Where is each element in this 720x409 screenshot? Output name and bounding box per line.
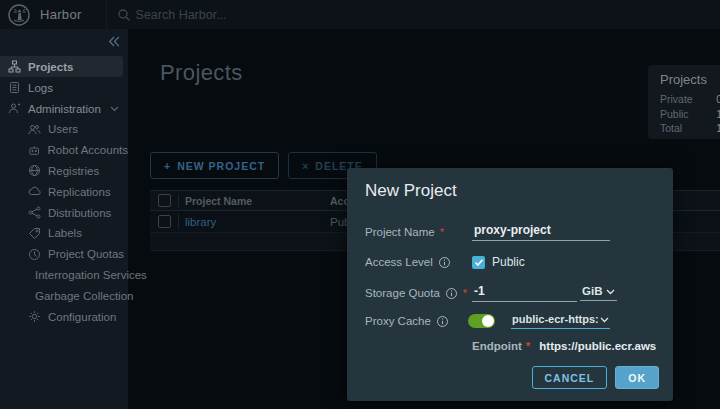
- projects-icon: [8, 60, 21, 73]
- labels-icon: [28, 227, 41, 240]
- configuration-icon: [28, 310, 41, 323]
- sidebar-item-label: Configuration: [48, 311, 116, 323]
- select-all-checkbox[interactable]: [158, 194, 171, 207]
- new-project-button[interactable]: + NEW PROJECT: [150, 152, 279, 179]
- sidebar-item-label: Distributions: [48, 207, 111, 219]
- sidebar-item-garbage-collection[interactable]: Garbage Collection: [0, 285, 128, 306]
- endpoint-row: Endpoint * https://public.ecr.aws: [472, 340, 659, 352]
- endpoint-label: Endpoint *: [472, 340, 530, 352]
- public-checkbox-label: Public: [492, 255, 525, 269]
- sidebar-item-label: Projects: [28, 61, 73, 73]
- summary-card-title: Projects: [660, 72, 720, 87]
- summary-row-public: Public 1: [660, 107, 720, 122]
- column-header-project-name[interactable]: Project Name: [185, 195, 252, 207]
- column-divider: [178, 214, 179, 229]
- info-icon[interactable]: [445, 287, 458, 300]
- global-search: [117, 8, 720, 22]
- sidebar-item-project-quotas[interactable]: Project Quotas: [0, 244, 128, 265]
- project-name-input[interactable]: [472, 223, 610, 241]
- sidebar-collapse-icon[interactable]: [108, 36, 120, 47]
- proxy-cache-row: Proxy Cache public-ecr-https://put: [365, 313, 659, 329]
- robot-icon: [28, 144, 40, 157]
- sidebar-item-label: Logs: [28, 82, 53, 94]
- distributions-icon: [28, 206, 41, 219]
- chevron-down-icon: [110, 106, 119, 112]
- page-title: Projects: [160, 60, 243, 86]
- storage-quota-input[interactable]: [472, 284, 577, 302]
- storage-unit-select[interactable]: GiB: [580, 285, 617, 301]
- toggle-knob: [482, 315, 494, 327]
- project-name-row: Project Name *: [365, 223, 659, 241]
- endpoint-value: https://public.ecr.aws: [539, 340, 656, 352]
- sidebar-item-label: Interrogation Services: [35, 269, 147, 281]
- project-name-label: Project Name *: [365, 226, 472, 238]
- sidebar-item-label: Labels: [48, 227, 82, 239]
- chevron-down-icon: [606, 289, 615, 295]
- brand-title: Harbor: [40, 7, 82, 22]
- sidebar-item-label: Replications: [48, 186, 111, 198]
- required-marker: *: [526, 340, 530, 352]
- sidebar-item-label: Users: [48, 123, 78, 135]
- sidebar-item-label: Registries: [48, 165, 99, 177]
- proxy-cache-toggle[interactable]: [468, 314, 495, 328]
- sidebar-item-users[interactable]: Users: [0, 119, 128, 140]
- projects-summary-card: Projects Private 0 Public 1 Total 1: [648, 65, 720, 139]
- harbor-logo-icon: [8, 4, 30, 26]
- sidebar-item-labels[interactable]: Labels: [0, 223, 128, 244]
- new-project-modal: New Project Project Name * Access Level …: [347, 168, 673, 401]
- required-marker: *: [463, 287, 467, 299]
- administration-icon: [8, 102, 21, 115]
- row-checkbox[interactable]: [158, 215, 171, 228]
- cancel-button[interactable]: CANCEL: [532, 366, 608, 389]
- sidebar-item-logs[interactable]: Logs: [0, 77, 128, 98]
- modal-actions: CANCEL OK: [532, 366, 660, 389]
- header-divider: [106, 0, 107, 29]
- column-divider: [178, 194, 179, 207]
- project-quotas-icon: [28, 248, 41, 261]
- sidebar-item-distributions[interactable]: Distributions: [0, 202, 128, 223]
- sidebar-item-configuration[interactable]: Configuration: [0, 306, 128, 327]
- storage-quota-label: Storage Quota *: [365, 287, 472, 300]
- sidebar-item-label: Garbage Collection: [35, 290, 133, 302]
- replications-icon: [28, 185, 41, 198]
- public-checkbox[interactable]: [472, 256, 485, 269]
- sidebar-item-label: Administration: [28, 103, 101, 115]
- info-icon[interactable]: [436, 315, 449, 328]
- modal-title: New Project: [365, 181, 457, 201]
- sidebar-item-label: Robot Accounts: [47, 144, 128, 156]
- search-icon: [117, 8, 131, 22]
- x-icon: ×: [302, 160, 309, 172]
- app-header: Harbor: [0, 0, 720, 29]
- registries-icon: [28, 164, 41, 177]
- access-level-label: Access Level: [365, 256, 472, 269]
- sidebar-item-replications[interactable]: Replications: [0, 181, 128, 202]
- sidebar-item-registries[interactable]: Registries: [0, 161, 128, 182]
- sidebar-item-robot-accounts[interactable]: Robot Accounts: [0, 140, 128, 161]
- proxy-registry-select[interactable]: public-ecr-https://put: [511, 313, 610, 329]
- sidebar-item-label: Project Quotas: [48, 248, 124, 260]
- sidebar: Projects Logs Administration Users: [0, 29, 128, 409]
- projects-toolbar: + NEW PROJECT × DELETE: [150, 152, 377, 179]
- required-marker: *: [440, 226, 444, 238]
- access-level-row: Access Level Public: [365, 255, 659, 269]
- sidebar-item-interrogation-services[interactable]: Interrogation Services: [0, 265, 128, 286]
- project-name-link[interactable]: library: [185, 216, 216, 228]
- search-input[interactable]: [136, 8, 720, 22]
- summary-row-total: Total 1: [660, 121, 720, 136]
- users-icon: [28, 123, 41, 136]
- plus-icon: +: [164, 160, 171, 172]
- sidebar-item-administration[interactable]: Administration: [0, 98, 128, 119]
- ok-button[interactable]: OK: [615, 366, 659, 389]
- check-icon: [474, 258, 484, 267]
- summary-row-private: Private 0: [660, 92, 720, 107]
- chevron-down-icon: [600, 317, 609, 323]
- proxy-cache-label: Proxy Cache: [365, 315, 472, 328]
- logs-icon: [8, 81, 21, 94]
- info-icon[interactable]: [438, 256, 451, 269]
- sidebar-nav: Projects Logs Administration Users: [0, 56, 128, 327]
- sidebar-item-projects[interactable]: Projects: [0, 56, 123, 77]
- storage-quota-row: Storage Quota * GiB: [365, 284, 659, 302]
